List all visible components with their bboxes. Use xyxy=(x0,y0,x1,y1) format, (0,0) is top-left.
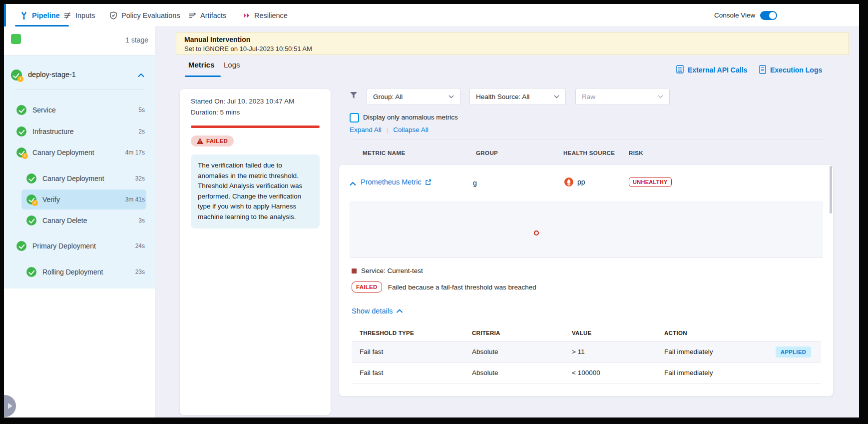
nav-accent-bar xyxy=(4,4,6,26)
divider: | xyxy=(387,126,389,134)
stage-status-square xyxy=(11,34,21,44)
step-duration: 3s xyxy=(138,217,145,224)
step-label: Rolling Deployment xyxy=(42,268,103,276)
col-health-source: HEALTH SOURCE xyxy=(563,150,615,156)
tab-artifacts-label: Artifacts xyxy=(200,12,226,20)
threshold-criteria: Absolute xyxy=(472,348,498,356)
api-document-icon: API xyxy=(676,65,684,74)
threshold-type: Fail fast xyxy=(360,348,383,356)
step-primary-deployment[interactable]: Primary Deployment 24s xyxy=(16,236,145,256)
step-canary-deployment[interactable]: Canary Deployment 32s xyxy=(26,168,145,188)
anomalous-data-point[interactable] xyxy=(534,230,539,236)
tab-artifacts[interactable]: Artifacts xyxy=(188,4,226,26)
external-link-icon xyxy=(425,179,432,186)
tab-resilience[interactable]: Resilience xyxy=(242,4,288,26)
legend-label: Service: Current-test xyxy=(361,267,423,274)
divider xyxy=(15,89,144,90)
tab-inputs[interactable]: Inputs xyxy=(63,4,95,26)
shield-check-icon xyxy=(109,12,117,20)
success-icon xyxy=(16,126,26,136)
tab-logs[interactable]: Logs xyxy=(224,60,240,69)
chevron-up-icon[interactable] xyxy=(138,73,144,78)
anomalous-metrics-checkbox-label: Display only anomalous metrics xyxy=(363,114,458,121)
artifacts-icon xyxy=(188,12,196,20)
external-api-calls-link[interactable]: API External API Calls xyxy=(676,65,747,74)
anomalous-metrics-checkbox[interactable] xyxy=(350,113,359,122)
console-view-control: Console View xyxy=(714,4,777,26)
tab-metrics[interactable]: Metrics xyxy=(188,60,215,69)
execution-logs-link[interactable]: Execution Logs xyxy=(759,65,822,74)
tab-policy-evaluations-label: Policy Evaluations xyxy=(121,12,180,20)
step-label: Verify xyxy=(42,196,60,204)
resilience-icon xyxy=(242,12,250,20)
chart-legend: Service: Current-test xyxy=(352,267,423,274)
col-value: VALUE xyxy=(572,330,592,336)
console-view-label: Console View xyxy=(714,12,755,19)
failed-badge: FAILED xyxy=(352,282,382,292)
step-rolling-deployment[interactable]: Rolling Deployment 23s xyxy=(26,262,145,282)
verification-message-box: The verification failed due to anomalies… xyxy=(191,154,320,228)
tab-policy-evaluations[interactable]: Policy Evaluations xyxy=(109,4,180,26)
success-icon xyxy=(26,267,36,277)
show-details-label: Show details xyxy=(352,307,393,315)
step-canary-deployment-group[interactable]: Canary Deployment 4m 17s xyxy=(16,142,145,162)
threshold-value: < 100000 xyxy=(572,369,600,376)
success-warning-icon xyxy=(16,148,26,158)
metric-name-link[interactable]: Prometheus Metric xyxy=(361,178,432,186)
failure-reason-row: FAILED Failed because a fail-fast thresh… xyxy=(352,282,536,292)
step-canary-delete[interactable]: Canary Delete 3s xyxy=(26,210,145,230)
metric-name-label: Prometheus Metric xyxy=(361,178,422,186)
threshold-row: Fail fast Absolute < 100000 Fail immedia… xyxy=(352,363,821,384)
expand-collapse-links: Expand All | Collapse All xyxy=(350,126,429,134)
console-view-toggle[interactable] xyxy=(760,11,777,20)
collapse-row-chevron-up-icon[interactable] xyxy=(350,182,356,186)
tab-pipeline-label: Pipeline xyxy=(32,12,60,20)
verification-message: The verification failed due to anomalies… xyxy=(198,160,313,222)
health-source-filter-value: Health Source: All xyxy=(476,93,529,100)
applied-badge: APPLIED xyxy=(776,346,811,358)
step-service[interactable]: Service 5s xyxy=(16,100,145,120)
collapse-all-link[interactable]: Collapse All xyxy=(393,126,429,134)
metric-view-dropdown[interactable]: Raw xyxy=(575,88,670,105)
manual-intervention-banner: Manual Intervention Set to IGNORE on 10-… xyxy=(176,32,849,55)
tab-pipeline[interactable]: Pipeline xyxy=(20,4,60,26)
tab-resilience-label: Resilience xyxy=(254,12,288,20)
chevron-down-icon xyxy=(658,95,663,98)
col-metric-name: METRIC NAME xyxy=(363,150,406,156)
step-duration: 4m 17s xyxy=(125,149,145,156)
screen: Pipeline Inputs Policy Evaluations Artif… xyxy=(0,0,868,424)
chevron-down-icon xyxy=(554,95,559,98)
failure-reason-message: Failed because a fail-fast threshold was… xyxy=(388,284,536,291)
expand-all-link[interactable]: Expand All xyxy=(350,126,382,134)
step-label: Service xyxy=(32,106,56,114)
step-label: Primary Deployment xyxy=(32,242,96,250)
health-source-filter-dropdown[interactable]: Health Source: All xyxy=(469,88,566,105)
failed-status-badge: FAILED xyxy=(191,136,234,146)
threshold-row: Fail fast Absolute > 11 Fail immediately… xyxy=(352,342,821,363)
stage-deploy-stage-1[interactable]: deploy-stage-1 xyxy=(4,65,155,85)
scrollbar-thumb[interactable] xyxy=(830,166,832,214)
step-label: Canary Deployment xyxy=(32,148,94,156)
step-verify-selected[interactable]: Verify 3m 41s xyxy=(26,190,145,210)
stage-name: deploy-stage-1 xyxy=(28,70,76,78)
step-duration: 24s xyxy=(135,242,145,250)
col-risk: RISK xyxy=(629,150,643,156)
metric-view-value: Raw xyxy=(582,93,595,100)
show-details-link[interactable]: Show details xyxy=(352,307,403,315)
col-group: GROUP xyxy=(476,150,498,156)
stage-count: 1 stage xyxy=(79,36,148,44)
failed-status-label: FAILED xyxy=(206,138,228,144)
step-duration: 5s xyxy=(138,106,145,114)
divider xyxy=(350,140,824,140)
metric-chart xyxy=(350,202,823,258)
sidebar-collapse-button[interactable] xyxy=(4,395,16,417)
col-action: ACTION xyxy=(664,330,687,336)
step-duration: 2s xyxy=(138,128,145,135)
step-infrastructure[interactable]: Infrastructure 2s xyxy=(16,122,145,142)
execution-logs-label: Execution Logs xyxy=(770,66,822,74)
group-filter-dropdown[interactable]: Group: All xyxy=(367,88,460,105)
external-api-calls-label: External API Calls xyxy=(688,66,747,74)
document-icon xyxy=(759,65,767,74)
threshold-action: Fail immediately xyxy=(664,369,713,376)
filter-funnel-icon xyxy=(350,92,358,99)
